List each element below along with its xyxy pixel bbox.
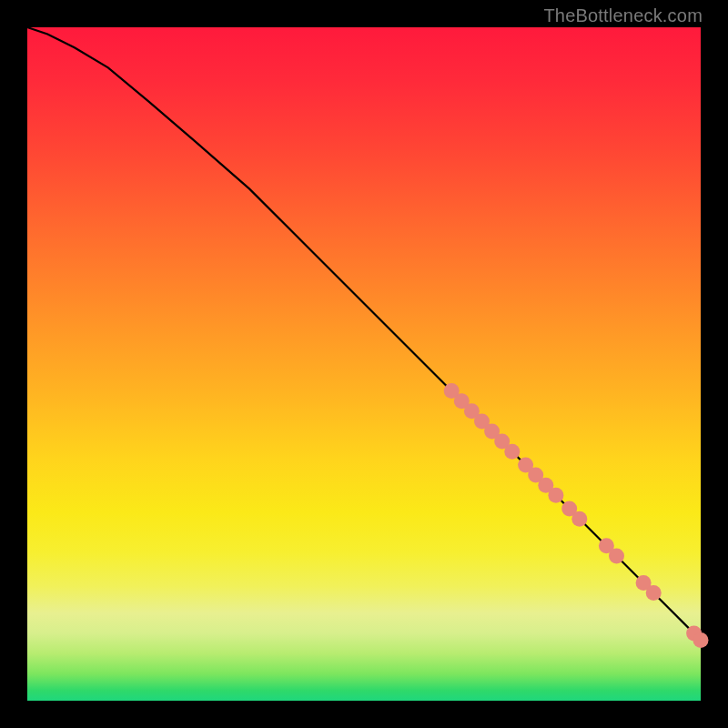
data-marker (646, 585, 662, 601)
data-marker (504, 444, 520, 460)
plot-area (27, 27, 701, 701)
data-marker (548, 488, 563, 503)
chart-svg (27, 27, 701, 701)
data-marker (609, 548, 624, 563)
data-marker (571, 511, 587, 527)
attribution-label: TheBottleneck.com (543, 5, 703, 26)
chart-frame: TheBottleneck.com (0, 0, 728, 728)
data-marker (693, 632, 709, 648)
